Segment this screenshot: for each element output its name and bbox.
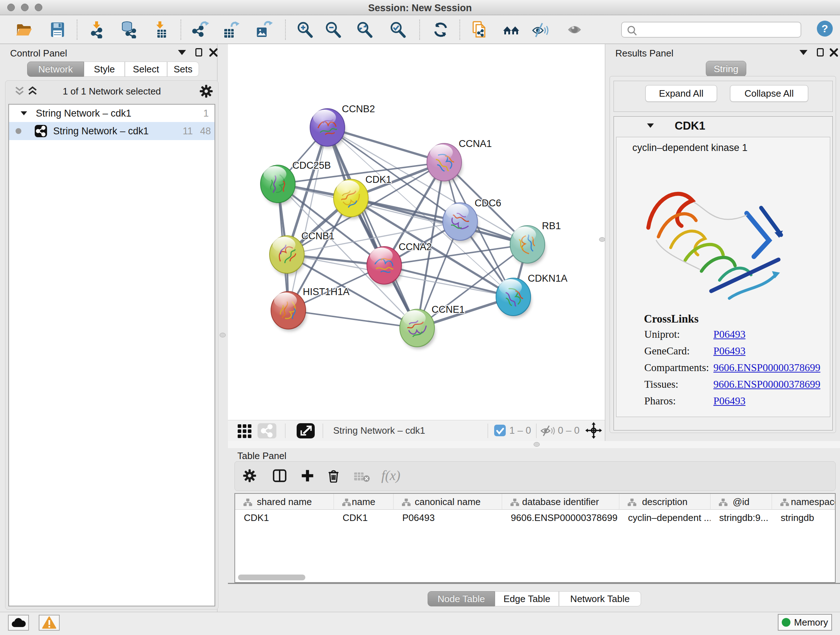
results-panel: Results Panel String Expand All Collapse…	[605, 44, 840, 441]
network-node[interactable]	[367, 247, 402, 287]
splitter-handle[interactable]	[219, 333, 226, 337]
table-cell[interactable]: cyclin–dependent ...	[619, 510, 711, 525]
table-cell[interactable]: CDK1	[235, 510, 334, 525]
network-node[interactable]	[510, 226, 546, 265]
zoom-out-icon[interactable]	[325, 21, 342, 38]
network-node[interactable]	[333, 179, 369, 219]
hidden-eye-icon[interactable]	[540, 424, 555, 437]
delete-icon[interactable]	[327, 469, 340, 483]
export-network-icon[interactable]	[192, 21, 209, 38]
crosslink-link[interactable]: P06493	[714, 395, 745, 407]
delete-table-icon[interactable]	[354, 472, 371, 483]
network-share-icon[interactable]	[257, 423, 276, 439]
network-view-title: String Network – cdk1	[333, 425, 425, 436]
copy-documents-icon[interactable]	[471, 21, 488, 38]
network-node[interactable]	[261, 165, 296, 205]
panel-menu-icon[interactable]	[178, 50, 186, 55]
import-table-icon[interactable]	[152, 21, 170, 38]
cloud-button[interactable]	[8, 615, 29, 631]
node-result-section: CDK1 cyclin–dependent kinase 1	[614, 116, 833, 431]
warning-button[interactable]	[39, 615, 60, 631]
network-node[interactable]	[310, 109, 346, 149]
table-cell[interactable]: P06493	[393, 510, 502, 525]
tab-edge-table[interactable]: Edge Table	[495, 591, 559, 606]
crosslink-link[interactable]: 9606.ENSP00000378699	[714, 378, 821, 390]
crosslink-link[interactable]: P06493	[714, 328, 745, 340]
open-session-icon[interactable]	[15, 21, 33, 38]
tab-sets[interactable]: Sets	[167, 62, 199, 77]
table-cell[interactable]: CDK1	[334, 510, 393, 525]
export-table-icon[interactable]	[223, 21, 240, 38]
network-node[interactable]	[400, 309, 435, 349]
tab-style[interactable]: Style	[84, 62, 125, 77]
collapse-all-button[interactable]: Collapse All	[730, 85, 808, 102]
separator	[323, 424, 323, 438]
column-header[interactable]: canonical name	[393, 494, 502, 510]
export-image-icon[interactable]	[256, 21, 273, 38]
crosslink-link[interactable]: P06493	[714, 345, 745, 356]
node-label: CDC25B	[292, 160, 331, 171]
section-collapse-icon[interactable]	[647, 124, 654, 128]
column-header[interactable]: namespace	[772, 494, 836, 510]
splitter-handle[interactable]	[599, 237, 605, 242]
panel-close-icon[interactable]	[208, 48, 218, 57]
tab-string[interactable]: String	[706, 61, 746, 77]
network-node[interactable]	[270, 236, 305, 276]
columns-icon[interactable]	[272, 469, 287, 483]
import-network-database-icon[interactable]	[120, 21, 137, 38]
tab-node-table[interactable]: Node Table	[428, 591, 495, 606]
network-canvas[interactable]: CCNB2CCNA1CDC25BCDK1CDC6RB1CCNB1CCNA2CDK…	[228, 44, 605, 420]
zoom-in-icon[interactable]	[296, 21, 314, 38]
hide-selected-icon[interactable]	[531, 21, 549, 38]
horizontal-scrollbar[interactable]	[238, 575, 305, 580]
collection-expand-icon[interactable]	[21, 111, 27, 115]
network-row[interactable]: String Network – cdk1 11 48	[9, 122, 215, 140]
network-collection-row[interactable]: String Network – cdk1 1	[9, 105, 215, 122]
function-builder-icon[interactable]: f(x)	[381, 467, 401, 483]
column-header[interactable]: shared name	[235, 494, 334, 510]
network-node[interactable]	[271, 291, 306, 331]
panel-menu-icon[interactable]	[799, 50, 807, 55]
grid-view-icon[interactable]	[237, 424, 252, 439]
save-session-icon[interactable]	[49, 21, 66, 38]
table-cell[interactable]: stringdb	[772, 510, 836, 525]
network-node[interactable]	[443, 203, 478, 242]
column-header[interactable]: description	[619, 494, 711, 510]
crosslinks-title: CrossLinks	[644, 312, 699, 325]
column-header[interactable]: name	[334, 494, 393, 510]
panel-float-icon[interactable]	[817, 48, 824, 57]
table-cell[interactable]: 9606.ENSP00000378699	[502, 510, 619, 525]
tab-select[interactable]: Select	[125, 62, 167, 77]
gear-icon[interactable]	[243, 469, 256, 483]
crosshair-icon[interactable]	[585, 422, 602, 439]
panel-close-icon[interactable]	[829, 48, 839, 57]
memory-status-dot	[782, 618, 790, 627]
add-column-icon[interactable]	[301, 469, 314, 483]
tab-network[interactable]: Network	[27, 62, 84, 77]
tab-network-table[interactable]: Network Table	[559, 591, 641, 606]
table-row[interactable]: CDK1CDK1P064939606.ENSP00000378699cyclin…	[235, 510, 836, 525]
zoom-fit-icon[interactable]	[356, 21, 373, 38]
help-icon[interactable]: ?	[816, 20, 834, 37]
home-network-icon[interactable]	[502, 21, 520, 38]
network-tree: String Network – cdk1 1 String Network –…	[8, 104, 215, 606]
network-node[interactable]	[427, 143, 462, 183]
selected-checkbox-icon[interactable]	[494, 424, 506, 436]
column-header[interactable]: database identifier	[502, 494, 619, 510]
expand-all-button[interactable]: Expand All	[645, 85, 717, 102]
separator	[536, 424, 537, 438]
panel-float-icon[interactable]	[195, 48, 202, 57]
zoom-selected-icon[interactable]	[389, 21, 407, 38]
table-cell[interactable]: stringdb:9...	[711, 510, 772, 525]
crosslink-link[interactable]: 9606.ENSP00000378699	[714, 362, 821, 373]
network-node[interactable]	[496, 278, 531, 318]
column-header[interactable]: @id	[711, 494, 772, 510]
search-input[interactable]	[621, 22, 801, 38]
gear-icon[interactable]	[199, 84, 213, 98]
import-network-file-icon[interactable]	[89, 21, 106, 38]
refresh-view-icon[interactable]	[432, 21, 449, 38]
open-in-window-icon[interactable]	[297, 423, 315, 439]
show-all-icon[interactable]	[566, 21, 583, 38]
splitter-handle[interactable]	[534, 442, 540, 447]
memory-button[interactable]: Memory	[778, 614, 832, 631]
